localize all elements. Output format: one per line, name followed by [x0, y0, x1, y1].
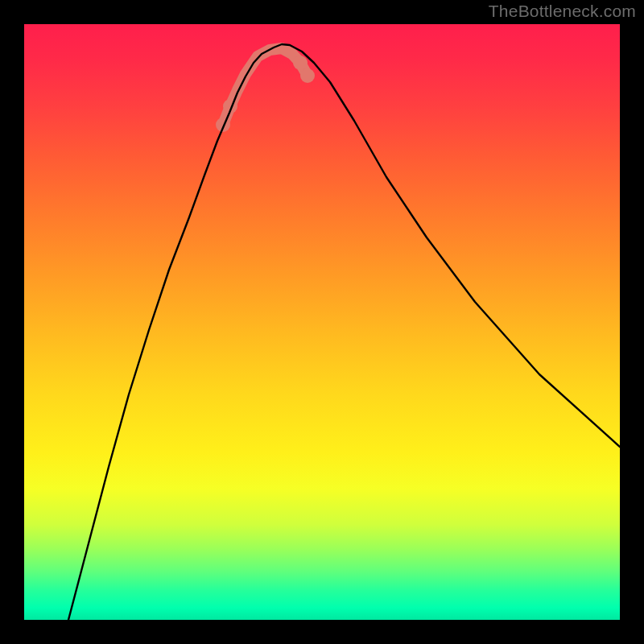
watermark-text: TheBottleneck.com	[489, 2, 636, 21]
marker-dot	[293, 56, 308, 70]
plot-area	[24, 24, 620, 620]
marker-dot	[300, 68, 315, 83]
overlay-svg	[24, 24, 620, 620]
bottleneck-curve	[68, 44, 620, 620]
chart-frame: TheBottleneck.com	[0, 0, 644, 644]
